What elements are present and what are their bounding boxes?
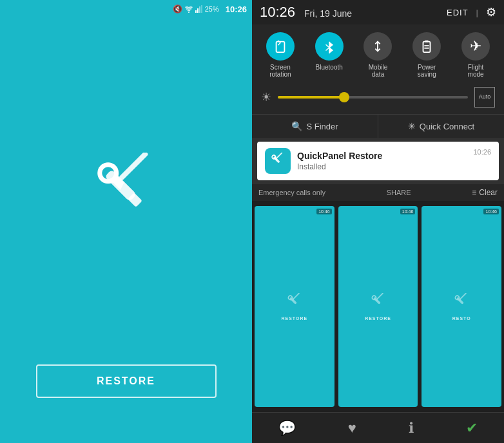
- shade-date: Fri, 19 June: [304, 8, 352, 19]
- bottom-nav: 💬 ♥ ℹ ✔: [252, 412, 504, 443]
- app-icon-area: [88, 18, 165, 364]
- brightness-slider[interactable]: [278, 96, 468, 99]
- recent-thumb-2[interactable]: 10:46 RESTORE: [338, 206, 418, 407]
- flight-mode-icon: ✈: [470, 38, 481, 55]
- notif-content: QuickPanel Restore Installed: [297, 151, 467, 171]
- finder-row: 🔍 S Finder ✳ Quick Connect: [252, 114, 504, 138]
- notif-title: QuickPanel Restore: [297, 151, 467, 161]
- left-panel: 🔇 25% 10:26: [0, 0, 252, 443]
- toggle-bluetooth[interactable]: Bluetooth: [315, 32, 344, 78]
- quick-connect-icon: ✳: [408, 121, 416, 131]
- flight-mode-circle: ✈: [461, 32, 490, 61]
- divider: |: [476, 8, 478, 17]
- sfinder-button[interactable]: 🔍 S Finder: [252, 115, 378, 138]
- clear-label: Clear: [479, 188, 498, 197]
- toggle-mobile-data[interactable]: Mobiledata: [363, 32, 392, 78]
- recent-apps: 10:46 RESTORE 10:46: [252, 201, 504, 412]
- screen-rotation-label: Screenrotation: [269, 64, 291, 78]
- search-icon: 🔍: [291, 121, 302, 131]
- toggle-power-saving[interactable]: Powersaving: [412, 32, 441, 78]
- recent-icon-3: [452, 293, 470, 311]
- notification-card[interactable]: QuickPanel Restore Installed 10:26: [257, 142, 499, 180]
- left-time: 10:26: [226, 5, 247, 14]
- recent-icon-2: [369, 293, 387, 311]
- auto-label: Auto: [479, 94, 491, 100]
- toggle-flight-mode[interactable]: ✈ Flightmode: [461, 32, 490, 78]
- wifi-icon: [184, 5, 193, 13]
- nav-heart-icon[interactable]: ♥: [348, 420, 356, 437]
- svg-rect-15: [425, 41, 429, 42]
- brightness-row: ☀ Auto: [252, 83, 504, 114]
- svg-rect-24: [293, 293, 300, 299]
- recent-status-1: 10:46: [316, 209, 332, 214]
- svg-rect-28: [376, 293, 383, 299]
- signal-icon: [195, 5, 203, 13]
- mobile-data-label: Mobiledata: [369, 64, 387, 78]
- status-icons: 🔇 25%: [173, 5, 219, 14]
- quick-connect-label: Quick Connect: [420, 122, 474, 131]
- screen-rotation-circle: [266, 32, 295, 61]
- svg-rect-4: [201, 5, 202, 13]
- svg-rect-2: [197, 8, 199, 13]
- power-saving-circle: [412, 32, 441, 61]
- tools-icon: [88, 153, 165, 230]
- nav-check-icon[interactable]: ✔: [466, 420, 478, 437]
- shade-right-controls: EDIT | ⚙: [447, 5, 496, 19]
- recent-icon-1: [286, 293, 304, 311]
- power-saving-icon: [420, 39, 434, 53]
- svg-rect-17: [425, 48, 429, 49]
- emergency-text: Emergency calls only: [258, 189, 325, 196]
- brightness-icon: ☀: [261, 90, 271, 104]
- recent-status-2: 10:46: [400, 209, 416, 214]
- bluetooth-label: Bluetooth: [316, 64, 343, 71]
- clear-button[interactable]: ≡ Clear: [472, 188, 498, 197]
- notif-app-icon: [265, 148, 291, 174]
- recent-thumb-3[interactable]: 10:46 RESTO: [422, 206, 501, 407]
- recent-thumb-1[interactable]: 10:46 RESTORE: [255, 206, 334, 407]
- clear-icon: ≡: [472, 188, 476, 197]
- quick-toggles-row: Screenrotation Bluetooth: [252, 24, 504, 83]
- share-text: SHARE: [387, 189, 411, 196]
- edit-button[interactable]: EDIT: [447, 8, 469, 17]
- screen-rotation-icon: [273, 39, 287, 53]
- mobile-data-icon: [371, 39, 385, 53]
- restore-button[interactable]: RESTORE: [36, 364, 217, 398]
- power-saving-label: Powersaving: [418, 64, 436, 78]
- recent-restore-3: RESTO: [452, 316, 471, 321]
- recent-status-3: 10:46: [483, 209, 499, 214]
- notification-shade: 10:26 Fri, 19 June EDIT | ⚙ Screenrotati…: [252, 0, 504, 201]
- nav-info-icon[interactable]: ℹ: [409, 420, 414, 437]
- svg-rect-8: [118, 153, 148, 181]
- svg-rect-1: [195, 10, 197, 13]
- shade-time: 10:26: [260, 4, 295, 21]
- svg-rect-20: [276, 153, 282, 158]
- mobile-data-circle: [363, 32, 392, 61]
- auto-brightness-button[interactable]: Auto: [474, 87, 495, 108]
- svg-rect-16: [425, 45, 429, 46]
- bluetooth-circle: [315, 32, 344, 61]
- shade-status-bar: 10:26 Fri, 19 June EDIT | ⚙: [252, 0, 504, 24]
- bluetooth-icon: [322, 39, 336, 53]
- battery-text: 25%: [205, 5, 219, 13]
- settings-icon[interactable]: ⚙: [486, 5, 496, 19]
- toggle-screen-rotation[interactable]: Screenrotation: [266, 32, 295, 78]
- recent-restore-1: RESTORE: [281, 316, 307, 321]
- sound-off-icon: 🔇: [173, 5, 182, 14]
- right-panel: 10:26 Fri, 19 June EDIT | ⚙ Screenrotati…: [252, 0, 504, 443]
- brightness-thumb: [339, 92, 349, 102]
- emergency-row: Emergency calls only SHARE ≡ Clear: [252, 184, 504, 201]
- notif-time: 10:26: [473, 148, 491, 156]
- sfinder-label: S Finder: [306, 122, 338, 131]
- nav-messages-icon[interactable]: 💬: [278, 420, 296, 437]
- recent-restore-2: RESTORE: [365, 316, 391, 321]
- svg-rect-3: [199, 6, 200, 13]
- svg-rect-32: [460, 293, 467, 299]
- svg-point-0: [188, 12, 189, 13]
- brightness-fill: [278, 96, 344, 99]
- quick-connect-button[interactable]: ✳ Quick Connect: [378, 115, 504, 138]
- status-bar-left: 🔇 25% 10:26: [0, 0, 252, 18]
- flight-mode-label: Flightmode: [468, 64, 484, 78]
- notif-status: Installed: [297, 162, 467, 171]
- notif-tools-icon: [269, 153, 286, 169]
- svg-rect-14: [423, 42, 431, 53]
